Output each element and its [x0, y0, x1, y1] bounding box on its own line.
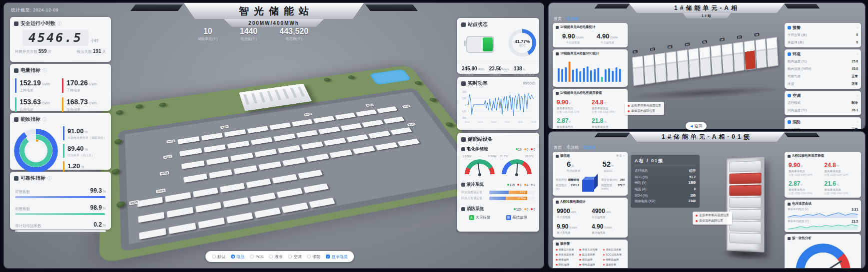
cluster-title: 1#储能单元-A相-01簇: [629, 132, 785, 142]
info-icon[interactable]: ⓘ: [42, 117, 46, 122]
safety-hours-title: 安全运行小时数: [20, 20, 55, 27]
metric-label: 充电电量: [19, 107, 59, 112]
quad-unit: V: [801, 183, 803, 186]
quad-location: 位置: A相-01簇-12号: [557, 110, 589, 113]
thermometer-icon: [556, 92, 559, 95]
container-segment: [733, 41, 745, 72]
cluster-info-card: 簇信息 更多 > 6箱电池箱数量52%簇SOC 电池类型磷酸铁锂额定电压(V)1…: [553, 152, 628, 196]
quad-label: 最高单体温度: [825, 170, 858, 173]
svg-text:12:00: 12:00: [505, 121, 510, 123]
panel-icon: [788, 52, 791, 56]
title-wing-right: [784, 133, 820, 137]
alarm-dot-icon: [603, 264, 605, 266]
battery-rack-3d[interactable]: [727, 157, 765, 253]
quad-location: 位置: 01箱-03组-08号: [789, 173, 822, 176]
donut-ring-inner: [24, 139, 47, 162]
info-row: 水浸正常: [788, 80, 858, 87]
chevron-right-icon: ›: [857, 25, 858, 30]
realtime-power-card: 实时功率 65/63次 2001000-100-20000:0004:0008:…: [457, 77, 539, 130]
cycle-count-badge: 65/63次: [523, 81, 535, 86]
breadcrumb-item[interactable]: 电池舱: [567, 145, 579, 150]
container-segment: [643, 54, 655, 84]
quad-location: 位置: A相-03簇-06号: [592, 110, 624, 113]
wave-icon: [461, 81, 466, 86]
container-tag: 06: [720, 38, 725, 41]
info-card-header[interactable]: 预警›: [788, 24, 858, 31]
status-dot: 4: [524, 183, 529, 187]
alarm-item: 通讯故障: [579, 258, 601, 262]
view-option-PCS[interactable]: PCS: [250, 254, 263, 260]
breadcrumb-item[interactable]: 电池舱: [567, 16, 579, 21]
alarm-item: 单体过温告警: [603, 248, 625, 252]
metric: 89.40%综合效率（关口表）: [63, 144, 106, 158]
more-link[interactable]: 更多 >: [616, 154, 625, 158]
info-row: 火灾报警正常: [788, 125, 858, 129]
unit-extreme-title: 1#储能单元A相电压温度极值: [560, 91, 602, 95]
info-icon[interactable]: ⓘ: [42, 68, 46, 73]
dot-icon: [531, 148, 533, 150]
station-icon: [461, 22, 466, 27]
svg-text:16:00: 16:00: [518, 121, 523, 123]
svg-text:00:00: 00:00: [465, 121, 470, 123]
rack-module: [729, 173, 761, 184]
curve-label: 单体平均电压 (V): [788, 208, 809, 211]
energy-metrics-grid: 152.19GWh上网电量170.26GWh下网电量153.63GWh充电电量1…: [10, 75, 111, 115]
cluster-curve-title: 电压温度曲线: [792, 202, 812, 206]
station-top-stats: 10储能单元(个)1440电池簇(个)443,520电芯数(个): [198, 27, 308, 41]
view-option-空调[interactable]: 空调: [288, 254, 302, 260]
view-option-默认[interactable]: 默认: [212, 254, 225, 260]
unit-energy-value: 4.90万kWh今日放电量: [597, 31, 618, 44]
unit-left-cards: 1#储能单元A相电量统计 9.90万kWh今日充电量4.90万kWh今日放电量 …: [553, 23, 628, 129]
info-row-value: 26.1: [852, 108, 858, 113]
view-option-液冷[interactable]: 液冷: [269, 254, 283, 260]
dot-icon: [514, 208, 516, 210]
info-icon[interactable]: ⓘ: [47, 176, 51, 181]
quad-value: 2.87: [557, 117, 568, 124]
view-option-电池[interactable]: 电池: [231, 254, 244, 260]
title-wing-left: [594, 4, 630, 8]
info-row-label: 舱内湿度 (%RH): [788, 67, 811, 71]
dot-count: 10: [518, 148, 522, 151]
reliability-value: 99.3: [90, 187, 101, 194]
site-metric-value: 138: [514, 66, 522, 71]
dot-icon: [531, 208, 533, 210]
info-card-header[interactable]: 消防›: [788, 119, 858, 125]
efficiency-items: 91.00%充放电转换效率（储能系统）89.40%综合效率（关口表）1.20%站…: [63, 126, 106, 175]
breadcrumb-item[interactable]: 首页: [554, 16, 562, 21]
energy-value: 4900kWh今日放电量: [592, 206, 624, 219]
container-row-3d[interactable]: 0102030405060708: [632, 43, 780, 93]
info-icon[interactable]: ⓘ: [57, 21, 61, 26]
back-button[interactable]: ◀ 返回: [686, 122, 707, 130]
breadcrumb-item[interactable]: 首页: [554, 145, 562, 150]
alarm-dot-icon: [556, 264, 558, 266]
info-row-label: 可燃气体: [788, 74, 801, 79]
quad-unit: V: [801, 165, 803, 168]
view-option-消防[interactable]: 消防: [307, 254, 321, 260]
info-row-value: 0: [856, 40, 858, 45]
operating-days: 投运天数191天: [77, 48, 106, 54]
metric-unit: %: [85, 130, 88, 134]
quad-value: 9.90: [557, 99, 568, 106]
info-row: 未处理 (条)0: [788, 38, 858, 46]
top-stat: 443,520电芯数(个): [279, 27, 308, 41]
station-devices-card: 储能站设备 电化学储能 1000 3.205V 3.299V: [457, 133, 539, 232]
extreme-value: 24.8℃最高单体温度位置: 02箱-01组-11号: [825, 160, 858, 176]
quad-label: 最高单体电压: [789, 170, 822, 173]
info-card-title: 空调: [793, 93, 801, 98]
site-metric-unit: MWh: [502, 68, 509, 71]
info-card-header[interactable]: 环境›: [788, 51, 858, 57]
unit-info-cards: 预警›今日告警 (条)0未处理 (条)0环境›舱内温度 (℃)25.6舱内湿度 …: [785, 23, 861, 129]
radio-icon: [269, 255, 273, 259]
dot-count: 0: [527, 208, 529, 211]
reliability-list: 可用系数99.3 %利用系数98.9 %非计划停运系数0.2 %: [10, 183, 111, 235]
bars-icon: [556, 52, 559, 55]
cluster-energy-title: A相01簇电量统计: [560, 200, 586, 204]
rack-module: [729, 233, 761, 244]
dot-count: 120: [516, 208, 522, 211]
breadcrumb-item[interactable]: 电池簇: [584, 145, 596, 150]
rack-module: [729, 197, 761, 208]
legend-item: 单体温差越限位置: [696, 219, 729, 223]
info-card-header[interactable]: 空调›: [788, 92, 858, 99]
show-cables-toggle[interactable]: ✓ 显示电缆: [326, 254, 348, 260]
radio-icon: [212, 255, 216, 259]
